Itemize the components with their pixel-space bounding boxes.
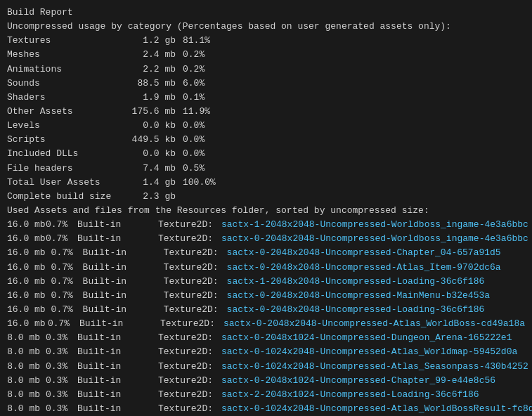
asset-type: Built-in (77, 402, 158, 416)
report-container: Build Report Uncompressed usage by categ… (7, 6, 525, 416)
asset-type: Built-in (77, 345, 158, 359)
asset-pct: 0.7% (51, 246, 83, 260)
category-row: Shaders1.9 mb0.1% (7, 91, 525, 105)
category-pct: 0.0% (183, 119, 205, 133)
asset-row: 16.0 mb0.7%Built-in Texture2D: sactx-0-2… (7, 317, 525, 331)
category-row: Scripts449.5 kb0.0% (7, 133, 525, 147)
asset-filename: sactx-2-2048x1024-Uncompressed-Loading-3… (221, 388, 479, 402)
asset-type: Built-in (77, 331, 158, 345)
asset-type: Built-in (83, 246, 164, 260)
asset-row: 8.0 mb0.3%Built-in Texture2D: sactx-0-20… (7, 331, 525, 345)
asset-row: 16.0 mb0.7%Built-in Texture2D: sactx-0-2… (7, 303, 525, 317)
asset-size: 16.0 mb (7, 317, 48, 331)
category-name: Scripts (7, 133, 119, 147)
asset-type2: Texture2D: (158, 331, 221, 345)
subtitle-text: Uncompressed usage by category (Percenta… (7, 21, 451, 32)
category-name: Total User Assets (7, 176, 119, 190)
asset-filename: sactx-0-1024x2048-Uncompressed-Atlas_Sea… (221, 360, 528, 374)
asset-size: 8.0 mb (7, 388, 46, 402)
category-pct: 0.2% (183, 63, 205, 77)
asset-row: 16.0 mb0.7%Built-in Texture2D: sactx-0-2… (7, 246, 525, 260)
category-name: File headers (7, 162, 119, 176)
asset-pct: 0.3% (46, 345, 77, 359)
asset-filename: sactx-0-2048x2048-Uncompressed-Atlas_Ite… (227, 261, 501, 275)
asset-size: 16.0 mb (7, 289, 51, 303)
category-name: Sounds (7, 77, 119, 91)
asset-type: Built-in (77, 388, 158, 402)
asset-row: 16.0 mb0.7%Built-in Texture2D: sactx-0-2… (7, 261, 525, 275)
asset-pct: 0.7% (51, 275, 83, 289)
category-row: Levels0.0 kb0.0% (7, 119, 525, 133)
asset-type2: Texture2D: (164, 289, 227, 303)
category-name: Complete build size (7, 190, 119, 204)
category-name: Textures (7, 34, 119, 48)
asset-row: 8.0 mb0.3%Built-in Texture2D: sactx-0-10… (7, 345, 525, 359)
category-name: Meshes (7, 48, 119, 62)
asset-pct: 0.3% (46, 388, 77, 402)
category-name: Levels (7, 119, 119, 133)
category-name: Shaders (7, 91, 119, 105)
asset-type2: Texture2D: (164, 261, 227, 275)
asset-size: 16.0 mb (7, 303, 51, 317)
asset-size: 16.0 mb (7, 246, 51, 260)
asset-type: Built-in (83, 275, 164, 289)
asset-type: Built-in (77, 374, 158, 388)
category-pct: 100.0% (183, 176, 216, 190)
category-size: 0.0 kb (119, 119, 183, 133)
category-size: 88.5 mb (119, 77, 183, 91)
asset-size: 16.0 mb (7, 232, 46, 246)
asset-row: 16.0 mb0.7%Built-in Texture2D: sactx-0-2… (7, 232, 525, 246)
asset-pct: 0.7% (46, 232, 77, 246)
category-size: 1.9 mb (119, 91, 183, 105)
category-size: 2.2 mb (119, 63, 183, 77)
asset-filename: sactx-0-2048x2048-Uncompressed-Loading-3… (227, 303, 485, 317)
asset-type2: Texture2D: (158, 388, 221, 402)
category-row: File headers7.4 mb0.5% (7, 162, 525, 176)
category-size: 2.3 gb (119, 190, 183, 204)
asset-type2: Texture2D: (158, 402, 221, 416)
asset-type2: Texture2D: (158, 345, 221, 359)
asset-type2: Texture2D: (158, 232, 221, 246)
report-title: Build Report (7, 6, 525, 20)
asset-filename: sactx-0-2048x2048-Uncompressed-Chapter_0… (227, 246, 501, 260)
asset-pct: 0.7% (46, 218, 77, 232)
asset-size: 8.0 mb (7, 402, 46, 416)
category-row: Other Assets175.6 mb11.9% (7, 105, 525, 119)
category-pct: 0.2% (183, 48, 205, 62)
category-row: Complete build size2.3 gb (7, 190, 525, 204)
asset-pct: 0.7% (51, 261, 83, 275)
asset-type: Built-in (83, 261, 164, 275)
asset-size: 16.0 mb (7, 218, 46, 232)
asset-type2: Texture2D: (164, 303, 227, 317)
asset-row: 16.0 mb0.7%Built-in Texture2D: sactx-1-2… (7, 218, 525, 232)
category-name: Included DLLs (7, 147, 119, 161)
asset-type2: Texture2D: (164, 275, 227, 289)
category-row: Meshes2.4 mb0.2% (7, 48, 525, 62)
asset-filename: sactx-0-2048x2048-Uncompressed-Worldboss… (221, 232, 528, 246)
assets-section-label: Used Assets and files from the Resources… (7, 204, 525, 218)
asset-filename: sactx-0-2048x2048-Uncompressed-MainMenu-… (227, 289, 490, 303)
asset-type2: Texture2D: (164, 246, 227, 260)
asset-type: Built-in (77, 360, 158, 374)
asset-type: Built-in (83, 303, 164, 317)
asset-filename: sactx-0-2048x1024-Uncompressed-Chapter_9… (221, 374, 495, 388)
asset-size: 8.0 mb (7, 345, 46, 359)
category-pct: 0.0% (183, 147, 205, 161)
asset-size: 8.0 mb (7, 360, 46, 374)
categories-list: Textures1.2 gb81.1%Meshes2.4 mb0.2%Anima… (7, 34, 525, 204)
asset-type2: Texture2D: (158, 374, 221, 388)
category-pct: 6.0% (183, 77, 205, 91)
asset-pct: 0.7% (51, 289, 83, 303)
asset-pct: 0.3% (46, 374, 77, 388)
asset-size: 8.0 mb (7, 374, 46, 388)
category-pct: 0.1% (183, 91, 205, 105)
category-pct: 0.5% (183, 162, 205, 176)
asset-type: Built-in (79, 317, 160, 331)
asset-size: 16.0 mb (7, 275, 51, 289)
asset-pct: 0.3% (46, 402, 77, 416)
asset-type: Built-in (77, 218, 158, 232)
asset-pct: 0.3% (46, 360, 77, 374)
category-row: Included DLLs0.0 kb0.0% (7, 147, 525, 161)
asset-type: Built-in (77, 232, 158, 246)
category-size: 2.4 mb (119, 48, 183, 62)
